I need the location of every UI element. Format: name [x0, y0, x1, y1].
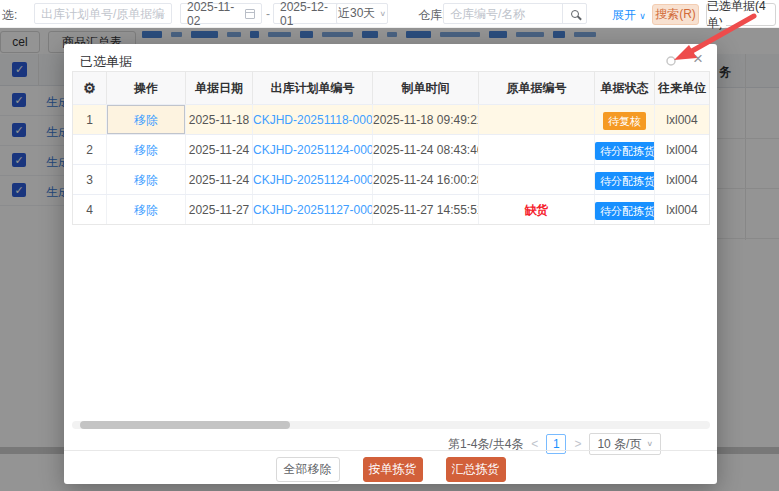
column-header: 原单据编号 — [479, 72, 595, 104]
doc-date-cell: 2025-11-27 — [186, 195, 253, 224]
warehouse-label: 仓库: — [418, 7, 445, 24]
table-row: 4移除2025-11-27CKJHD-20251127-00012025-11-… — [73, 194, 709, 224]
remove-link[interactable]: 移除 — [134, 113, 158, 127]
plan-no-cell: CKJHD-20251124-0004 — [253, 165, 373, 194]
row-index: 1 — [73, 105, 107, 134]
column-header: 制单时间 — [373, 72, 479, 104]
remove-link[interactable]: 移除 — [134, 143, 158, 157]
date-end-value: 2025-12-01 — [280, 0, 338, 28]
selected-docs-button[interactable]: 已选单据(4单) — [706, 3, 776, 26]
search-button[interactable]: 搜索(R) — [652, 4, 699, 25]
partner-cell: lxl004 — [655, 105, 709, 134]
row-index: 2 — [73, 135, 107, 164]
modal-footer: 全部移除 按单拣货 汇总拣货 — [64, 450, 717, 484]
status-cell: 待复核 — [595, 105, 655, 134]
status-badge: 待分配拣货 — [595, 172, 655, 190]
app-window: 选: 2025-11-02 - 2025-12-01 近30天 ∨ 仓库: 展开… — [0, 0, 779, 491]
filter-toolbar: 选: 2025-11-02 - 2025-12-01 近30天 ∨ 仓库: 展开… — [0, 0, 779, 28]
column-header: 单据状态 — [595, 72, 655, 104]
original-no-cell: 缺货 — [479, 195, 595, 224]
row-index: 4 — [73, 195, 107, 224]
table-header-row: ⚙ 操作单据日期出库计划单编号制单时间原单据编号单据状态往来单位 — [73, 72, 709, 104]
created-at-cell: 2025-11-24 16:00:28 — [373, 165, 479, 194]
status-cell: 待分配拣货 — [595, 135, 655, 164]
plan-no-link[interactable]: CKJHD-20251118-0001 — [253, 113, 373, 127]
remove-link[interactable]: 移除 — [134, 173, 158, 187]
filter-label: 选: — [2, 7, 17, 24]
table-row: 2移除2025-11-24CKJHD-20251124-00012025-11-… — [73, 134, 709, 164]
partner-cell: lxl004 — [655, 165, 709, 194]
table-row: 1移除2025-11-18CKJHD-20251118-00012025-11-… — [73, 104, 709, 134]
search-icon — [571, 10, 579, 18]
table-body: 1移除2025-11-18CKJHD-20251118-00012025-11-… — [73, 104, 709, 224]
original-no-cell — [479, 165, 595, 194]
date-preset-dropdown[interactable]: 近30天 ∨ — [336, 3, 388, 24]
doc-date-cell: 2025-11-24 — [186, 135, 253, 164]
action-cell: 移除 — [107, 105, 186, 134]
plan-no-cell: CKJHD-20251124-0001 — [253, 135, 373, 164]
plan-no-cell: CKJHD-20251127-0001 — [253, 195, 373, 224]
modal-title: 已选单据 — [80, 53, 132, 71]
prev-page-icon[interactable]: < — [531, 437, 538, 451]
close-icon[interactable]: × — [693, 49, 703, 69]
column-settings-gear-icon[interactable]: ⚙ — [73, 72, 107, 104]
horizontal-scrollbar-track — [72, 421, 710, 429]
plan-number-input-wrap — [34, 3, 172, 24]
plan-no-link[interactable]: CKJHD-20251127-0001 — [253, 203, 373, 217]
plan-no-cell: CKJHD-20251118-0001 — [253, 105, 373, 134]
date-range-separator: - — [266, 7, 270, 21]
plan-no-link[interactable]: CKJHD-20251124-0004 — [253, 173, 373, 187]
partner-cell: lxl004 — [655, 135, 709, 164]
column-header: 操作 — [107, 72, 186, 104]
column-header: 单据日期 — [186, 72, 253, 104]
warehouse-input[interactable] — [444, 4, 562, 23]
warehouse-input-wrap — [443, 3, 587, 24]
original-no-cell — [479, 135, 595, 164]
status-badge: 待分配拣货 — [595, 202, 655, 220]
remove-all-button[interactable]: 全部移除 — [276, 457, 340, 482]
doc-date-cell: 2025-11-18 — [186, 105, 253, 134]
status-cell: 待分配拣货 — [595, 195, 655, 224]
action-cell: 移除 — [107, 195, 186, 224]
selected-docs-modal: 已选单据 × ⚙ 操作单据日期出库计划单编号制单时间原单据编号单据状态往来单位 … — [64, 44, 717, 484]
pick-summary-button[interactable]: 汇总拣货 — [446, 457, 506, 482]
date-start-value: 2025-11-02 — [187, 0, 245, 28]
calendar-icon — [245, 9, 255, 19]
column-header: 往来单位 — [655, 72, 709, 104]
table-row: 3移除2025-11-24CKJHD-20251124-00042025-11-… — [73, 164, 709, 194]
status-badge: 待分配拣货 — [595, 142, 655, 160]
warehouse-search-button[interactable] — [562, 4, 586, 23]
status-badge: 待复核 — [603, 112, 646, 130]
next-page-icon[interactable]: > — [574, 437, 581, 451]
date-preset-value: 近30天 — [338, 5, 375, 22]
created-at-cell: 2025-11-27 14:55:51 — [373, 195, 479, 224]
action-cell: 移除 — [107, 135, 186, 164]
chevron-down-icon: ∨ — [646, 440, 653, 448]
plan-number-input[interactable] — [35, 4, 171, 23]
status-cell: 待分配拣货 — [595, 165, 655, 194]
partner-cell: lxl004 — [655, 195, 709, 224]
chevron-down-icon: ∨ — [639, 11, 646, 21]
date-start-input[interactable]: 2025-11-02 — [180, 3, 262, 24]
horizontal-scrollbar-thumb[interactable] — [80, 421, 290, 429]
remove-link[interactable]: 移除 — [134, 203, 158, 217]
chevron-down-icon: ∨ — [379, 10, 386, 18]
expand-label: 展开 — [612, 8, 636, 22]
column-header: 出库计划单编号 — [253, 72, 373, 104]
original-no-cell — [479, 105, 595, 134]
pick-by-order-button[interactable]: 按单拣货 — [363, 457, 423, 482]
plan-no-link[interactable]: CKJHD-20251124-0001 — [253, 143, 373, 157]
expand-toggle[interactable]: 展开 ∨ — [612, 7, 646, 24]
action-cell: 移除 — [107, 165, 186, 194]
row-index: 3 — [73, 165, 107, 194]
created-at-cell: 2025-11-24 08:43:46 — [373, 135, 479, 164]
created-at-cell: 2025-11-18 09:49:21 — [373, 105, 479, 134]
doc-date-cell: 2025-11-24 — [186, 165, 253, 194]
selected-docs-table: ⚙ 操作单据日期出库计划单编号制单时间原单据编号单据状态往来单位 1移除2025… — [72, 71, 710, 225]
